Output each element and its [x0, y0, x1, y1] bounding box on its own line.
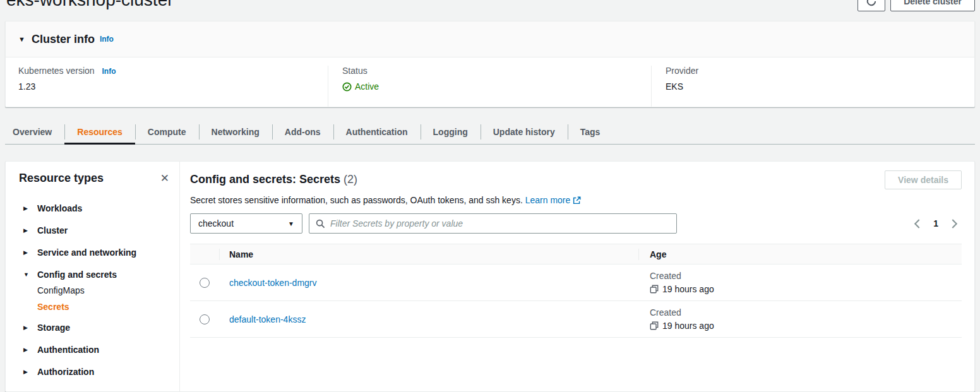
- sidebar-item-cluster[interactable]: ▶ Cluster: [23, 225, 169, 235]
- sidebar-item-config-and-secrets[interactable]: ▼ Config and secrets: [23, 270, 169, 280]
- secrets-description: Secret stores sensitive information, suc…: [190, 195, 962, 205]
- status-field: Status Active: [328, 66, 651, 107]
- sidebar-item-storage[interactable]: ▶ Storage: [23, 323, 169, 333]
- status-check-icon: [342, 82, 352, 92]
- cluster-info-header[interactable]: ▼ Cluster info Info: [6, 21, 974, 57]
- resource-types-sidebar: Resource types ✕ ▶ Workloads ▶ Cluster ▶…: [6, 162, 180, 391]
- filter-dropdown[interactable]: checkout ▼: [190, 213, 302, 234]
- delete-cluster-button[interactable]: Delete cluster: [890, 0, 975, 11]
- kubernetes-version-field: Kubernetes version Info 1.23: [6, 66, 328, 107]
- column-header-age: Age: [650, 249, 666, 259]
- provider-value: EKS: [666, 81, 974, 92]
- cluster-info-title: Cluster info: [32, 33, 95, 46]
- sidebar-item-workloads[interactable]: ▶ Workloads: [23, 203, 169, 213]
- current-page[interactable]: 1: [933, 218, 938, 229]
- caret-right-icon: ▶: [23, 324, 30, 331]
- header-actions: Delete cluster: [858, 0, 975, 11]
- sidebar-item-configmaps[interactable]: ConfigMaps: [37, 285, 169, 295]
- external-link-icon: [573, 196, 581, 205]
- column-header-name: Name: [229, 249, 253, 259]
- search-icon: [316, 219, 325, 229]
- search-input[interactable]: [330, 218, 670, 229]
- tab-add-ons[interactable]: Add-ons: [272, 120, 333, 144]
- age-created-label: Created: [650, 271, 962, 281]
- caret-right-icon: ▶: [23, 249, 30, 256]
- tab-resources[interactable]: Resources: [64, 120, 135, 144]
- caret-right-icon: ▶: [23, 205, 30, 211]
- age-value-text: 19 hours ago: [662, 321, 714, 331]
- tab-tags[interactable]: Tags: [568, 120, 613, 144]
- page-title: eks-workshop-cluster: [6, 0, 174, 10]
- learn-more-link[interactable]: Learn more: [525, 195, 582, 205]
- refresh-button[interactable]: [858, 0, 885, 11]
- filter-dropdown-value: checkout: [198, 218, 234, 229]
- status-label: Status: [342, 66, 651, 76]
- kubernetes-version-value: 1.23: [18, 81, 328, 92]
- secrets-table: Name Age checkout-token-dmgrv Created: [190, 244, 962, 338]
- caret-right-icon: ▶: [23, 347, 30, 353]
- tab-update-history[interactable]: Update history: [481, 120, 568, 144]
- copy-icon[interactable]: [650, 321, 659, 330]
- search-box: [309, 213, 677, 234]
- next-page-icon[interactable]: [951, 219, 958, 229]
- caret-right-icon: ▶: [23, 369, 30, 375]
- secrets-count: (2): [344, 173, 357, 186]
- secrets-panel-title: Config and secrets: Secrets (2): [190, 173, 357, 186]
- sidebar-item-authorization[interactable]: ▶ Authorization: [23, 367, 169, 377]
- sidebar-item-authentication[interactable]: ▶ Authentication: [23, 345, 169, 355]
- sidebar-item-service-and-networking[interactable]: ▶ Service and networking: [23, 247, 169, 258]
- provider-label: Provider: [666, 66, 974, 76]
- table-row: default-token-4kssz Created 19 hours ag: [190, 301, 962, 338]
- config-and-secrets-children: ConfigMaps Secrets: [37, 285, 169, 312]
- collapse-triangle-icon[interactable]: ▼: [18, 35, 25, 43]
- filter-row: checkout ▼ 1: [190, 213, 962, 234]
- table-row: checkout-token-dmgrv Created 19 hours a: [190, 264, 962, 301]
- cluster-info-info-link[interactable]: Info: [100, 35, 114, 44]
- resources-panel: Resource types ✕ ▶ Workloads ▶ Cluster ▶…: [5, 161, 975, 392]
- status-value: Active: [355, 81, 379, 92]
- tab-authentication[interactable]: Authentication: [333, 120, 421, 144]
- provider-field: Provider EKS: [651, 66, 974, 107]
- row-select-radio[interactable]: [200, 278, 210, 288]
- caret-down-icon: ▼: [23, 271, 30, 278]
- chevron-down-icon: ▼: [288, 220, 294, 227]
- sidebar-item-secrets[interactable]: Secrets: [37, 302, 169, 312]
- secrets-main-panel: Config and secrets: Secrets (2) View det…: [180, 162, 974, 391]
- age-created-label: Created: [650, 307, 962, 318]
- tab-overview[interactable]: Overview: [5, 120, 64, 144]
- pagination: 1: [914, 218, 962, 229]
- resource-types-title: Resource types: [19, 172, 104, 185]
- cluster-info-card: ▼ Cluster info Info Kubernetes version I…: [5, 21, 975, 107]
- tab-logging[interactable]: Logging: [421, 120, 481, 144]
- kubernetes-version-label: Kubernetes version: [18, 66, 95, 76]
- previous-page-icon[interactable]: [914, 219, 921, 229]
- secret-name-link[interactable]: checkout-token-dmgrv: [229, 278, 317, 288]
- resource-types-nav: ▶ Workloads ▶ Cluster ▶ Service and netw…: [19, 203, 169, 377]
- kubernetes-version-info-link[interactable]: Info: [102, 67, 116, 76]
- cluster-info-body: Kubernetes version Info 1.23 Status Acti…: [6, 57, 974, 107]
- row-select-radio[interactable]: [200, 314, 210, 324]
- secret-name-link[interactable]: default-token-4kssz: [229, 314, 306, 324]
- tab-networking[interactable]: Networking: [199, 120, 272, 144]
- age-value-text: 19 hours ago: [662, 284, 714, 294]
- cluster-tabs: Overview Resources Compute Networking Ad…: [5, 120, 975, 145]
- copy-icon[interactable]: [650, 285, 659, 294]
- close-icon[interactable]: ✕: [160, 173, 169, 184]
- refresh-icon: [866, 0, 877, 7]
- view-details-button[interactable]: View details: [885, 170, 962, 189]
- tab-compute[interactable]: Compute: [135, 120, 199, 144]
- table-header-row: Name Age: [190, 244, 962, 264]
- caret-right-icon: ▶: [23, 227, 30, 234]
